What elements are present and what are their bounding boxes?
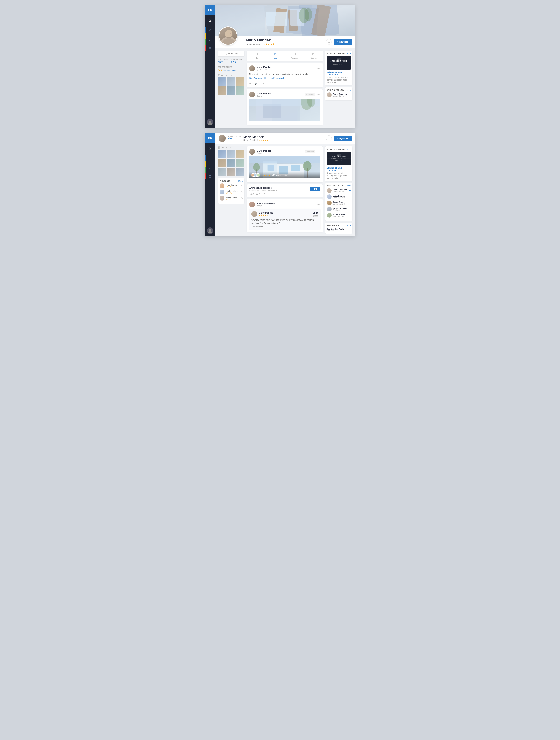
today-highlight-more-2[interactable]: More — [346, 148, 351, 150]
project-thumb-2[interactable] — [227, 77, 235, 86]
compact-message-button[interactable] — [326, 135, 332, 141]
highlight-image[interactable]: Jhonson Studio URBAN PLANNING CONSULTANT… — [327, 56, 351, 70]
brand-logo[interactable]: Bü — [205, 5, 215, 15]
post-2-more-menu[interactable]: ··· — [317, 93, 320, 96]
project-thumb-2-2[interactable] — [227, 150, 235, 158]
svg-point-18 — [305, 8, 312, 21]
project-thumb-2-5[interactable] — [227, 159, 235, 167]
boost-edit-1[interactable]: ✎ — [241, 185, 243, 187]
boost-edit-3[interactable]: ✎ — [241, 197, 243, 199]
luiza-add-button[interactable]: + — [349, 195, 351, 198]
project-thumb-2-4[interactable] — [218, 159, 226, 167]
project-thumb-4[interactable] — [218, 87, 226, 95]
frank-info: Frank Goodman Urban Planner — [333, 93, 348, 97]
frank-add-button[interactable]: + — [349, 93, 351, 96]
tab-feed[interactable]: Feed — [266, 51, 285, 61]
who-to-follow-more[interactable]: More — [346, 89, 351, 91]
boost-stars-2: ★★★★★ — [226, 192, 240, 194]
sidebar-color-bar — [205, 27, 206, 51]
recommend-avatars — [251, 173, 259, 177]
tab-info[interactable]: Info — [247, 51, 266, 61]
project-thumb-2-1[interactable] — [218, 150, 226, 158]
feed-post-2-1: Mario Mendez 2 days Sponsored ··· — [247, 147, 323, 182]
post-2-1-more-menu[interactable]: ··· — [317, 150, 320, 153]
post-1-star-action[interactable]: ★ 3 — [249, 83, 252, 85]
highlight-title[interactable]: Urban planning consultants — [327, 71, 351, 76]
post-1-more-menu[interactable]: ··· — [317, 67, 320, 70]
post-1-comment-action[interactable]: 💬 11 — [255, 83, 260, 85]
tab-resume[interactable]: Résumé — [304, 51, 323, 61]
tab-agenda[interactable]: Agenda — [285, 51, 304, 61]
boost-content-2: I worked with him fo... ★★★★★ — [226, 190, 240, 194]
now-hiring-more[interactable]: More — [346, 224, 351, 226]
project-thumb-2-7[interactable] — [218, 168, 226, 176]
sidebar-search-icon[interactable] — [207, 18, 213, 24]
sidebar-search-icon-2[interactable] — [207, 146, 213, 152]
frank-name[interactable]: Frank Goodman — [333, 93, 348, 95]
hire-button[interactable]: HIRE — [310, 187, 320, 191]
color-bar-blue-2 — [205, 155, 206, 161]
project-thumb-1[interactable] — [218, 77, 226, 86]
project-thumb-2-9[interactable] — [236, 168, 244, 176]
post-1-author[interactable]: Mario Mendez — [257, 66, 315, 69]
cesar-name[interactable]: Cesar Arojo — [333, 201, 348, 203]
sidebar-calendar-icon-2[interactable] — [207, 174, 213, 179]
review-rating-num: 4.8 — [313, 211, 318, 215]
highlight-title-2[interactable]: Urban planning consultants — [327, 167, 351, 172]
myles-name[interactable]: Myles Steven — [333, 213, 348, 215]
follow-button[interactable]: FOLLOW — [218, 51, 244, 57]
project-thumb-3[interactable] — [236, 77, 244, 86]
cesar-add-button[interactable]: + — [349, 201, 351, 204]
hiring-name[interactable]: Joel Sanders Arch. — [327, 228, 344, 230]
post-2-1-image: ★★★★★ (42) recommend this — [249, 156, 320, 178]
now-hiring-header: NOW HIRING More — [327, 224, 351, 226]
luiza-name[interactable]: Luiza L. Alves — [333, 195, 348, 197]
center-panel-1: Info Feed Agenda — [247, 51, 323, 125]
sidebar-chat-icon[interactable] — [207, 36, 213, 42]
service-shares: ↗ 5 — [262, 193, 265, 195]
sidebar-user-avatar[interactable] — [207, 119, 213, 125]
project-thumb-2-6[interactable] — [236, 159, 244, 167]
sidebar-edit-icon-2[interactable] — [207, 155, 213, 161]
compact-request-button[interactable]: REQUEST — [334, 135, 352, 141]
project-thumb-2-3[interactable] — [236, 150, 244, 158]
request-button[interactable]: REQUEST — [334, 39, 352, 45]
robin-name[interactable]: Robin Drummo. — [333, 207, 348, 209]
frank-add-button-2[interactable]: + — [349, 189, 351, 192]
post-1-link[interactable]: https://www.architizer.com/MarioMendez — [249, 77, 320, 80]
post-2-avatar — [249, 92, 255, 97]
brand-logo-2[interactable]: Bü — [205, 133, 215, 143]
cesar-avatar — [327, 200, 332, 205]
today-highlight-more[interactable]: More — [346, 53, 351, 55]
sidebar-chat-icon-2[interactable] — [207, 165, 213, 170]
message-button[interactable] — [326, 39, 332, 45]
who-to-follow-more-2[interactable]: More — [346, 185, 351, 187]
tab-agenda-label: Agenda — [291, 57, 298, 59]
project-thumb-2-8[interactable] — [227, 168, 235, 176]
sidebar-user-avatar-2[interactable] — [207, 227, 213, 234]
color-bar-green — [205, 39, 206, 45]
sidebar-calendar-icon[interactable] — [207, 46, 213, 51]
project-thumb-6[interactable] — [236, 87, 244, 95]
reviewer-stars: ★★★★★ — [259, 214, 311, 216]
now-hiring-section: NOW HIRING More Joel Sanders Arch. New Y… — [325, 223, 352, 234]
frank-name-2[interactable]: Frank Goodman — [333, 189, 348, 191]
boost-avatar-2 — [220, 190, 224, 194]
post-2-2-author[interactable]: Jessica Simmons — [257, 202, 315, 205]
myles-add-button[interactable]: + — [349, 214, 351, 217]
post-2-author[interactable]: Mario Mendez — [257, 92, 303, 95]
post-2-2-more-menu[interactable]: ··· — [317, 203, 320, 206]
boosts-more[interactable]: More — [238, 180, 242, 182]
post-1-share-action[interactable]: ↗ — [262, 83, 264, 85]
highlight-image-2[interactable]: Jhonson Studio URBAN PLANNING CONSULTANT… — [327, 152, 351, 165]
follower-label: FOLLOWER — [218, 59, 228, 60]
boost-edit-2[interactable]: ✎ — [241, 191, 243, 193]
hiring-item-joel: Joel Sanders Arch. New York... — [327, 228, 351, 232]
sidebar-edit-icon[interactable] — [207, 27, 213, 33]
svg-point-23 — [225, 53, 226, 54]
follower-stat: FOLLOWER 320 — [218, 59, 228, 64]
project-thumb-5[interactable] — [227, 87, 235, 95]
robin-add-button[interactable]: + — [349, 207, 351, 211]
post-2-1-meta: Mario Mendez 2 days — [257, 150, 303, 154]
post-2-1-author[interactable]: Mario Mendez — [257, 150, 303, 152]
